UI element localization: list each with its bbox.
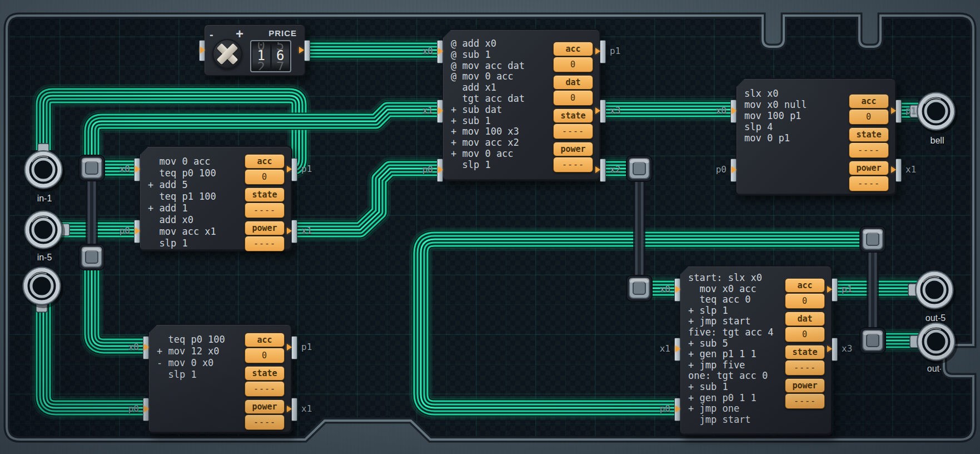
ghost-digit: 7 [272,60,290,70]
register-acc-label: acc [849,94,889,108]
register-state-value: ---- [245,381,285,397]
pin-label-p0: p0 [100,403,139,414]
register-state-value: ---- [849,142,889,158]
pin-arrow-icon [827,286,832,293]
pin-label-p1: p1 [301,164,340,175]
price-output-pin [304,40,310,61]
register-dat-label: dat [785,312,825,326]
pin-arrow-icon [732,166,737,173]
code-line: mov x0 acc [688,283,757,294]
pin-x1-tab [291,220,297,243]
pin-x1-tab [896,159,902,182]
code-line: + add 5 [148,179,188,190]
register-power-value: ---- [245,236,285,251]
code-line: @ add x0 [451,38,496,49]
pin-arrow-icon [827,346,832,352]
pin-label-x1: x1 [301,225,340,236]
pin-arrow-icon [200,47,205,53]
code-line: slp 1 [451,159,491,170]
register-power-label: power [245,221,285,235]
price-digit-wheel-tens[interactable]: 0 1 2 [252,42,270,70]
register-power-label: power [553,142,593,156]
code-line: + mov 0 acc [451,148,514,159]
pin-arrow-icon [675,346,680,352]
pin-arrow-icon [438,107,443,114]
code-line: slx x0 [744,88,778,99]
pin-label-x3: x3 [842,343,880,354]
register-power-value: ---- [785,393,825,409]
pin-arrow-icon [287,344,292,351]
code-line: + slp 1 [688,305,728,316]
pin-p1-tab [832,278,838,302]
price-plus-label[interactable]: + [236,26,243,42]
pin-label-p0: p0 [91,225,130,236]
chip-top-right[interactable]: slx x0mov x0 nullmov 100 p1slp 4mov 0 p1… [735,78,897,196]
pin-arrow-icon [675,286,680,293]
pad-in-1 [24,144,65,192]
pin-label-x2: x2 [610,164,649,175]
code-line: @ mov 0 acc [451,71,514,82]
pin-arrow-icon [144,406,149,412]
code-line: teq p0 100 [157,334,225,345]
pin-p1-tab [291,336,297,359]
pin-label-p0: p0 [631,403,670,414]
pad-in-2 [23,267,63,312]
pin-label-x3: x3 [610,105,649,116]
code-line: - mov 0 x0 [157,357,213,368]
pin-p1-tab [291,158,297,181]
chip-top-middle[interactable]: @ add x0@ sub 1@ mov acc dat@ mov 0 acc … [442,29,601,181]
pin-label-x1: x1 [906,164,944,175]
register-acc-label: acc [785,278,825,293]
code-line: mov acc x1 [148,226,216,237]
chip-bottom-left[interactable]: teq p0 100+ mov 12 x0- mov 0 x0 slp 1acc… [148,324,292,434]
code-line: five: tgt acc 4 [688,327,774,338]
pin-label-x0: x0 [631,284,670,295]
code-line: + jmp five [688,359,745,371]
register-state-label: state [553,108,593,123]
code-line: + gen p1 1 1 [688,348,757,359]
code-line: + sub 1 [451,115,491,126]
pin-arrow-icon [595,107,600,114]
code-line: mov 0 p1 [744,132,790,144]
code-line: teq p1 100 [148,191,216,202]
pin-label-p0: p0 [688,164,727,175]
code-line: @ sub 1 [451,49,491,60]
code-line: add x0 [148,214,193,225]
price-knob[interactable] [212,39,242,69]
register-dat-value: 0 [553,90,593,106]
register-acc-value: 0 [849,109,889,125]
code-line: mov 0 acc [148,156,211,167]
register-dat-value: 0 [785,327,825,342]
register-power-label: power [245,399,285,414]
ghost-digit: 2 [252,60,270,70]
code-line: slp 1 [148,238,188,249]
code-line: + sub dat [451,104,502,115]
pin-arrow-icon [299,47,304,53]
register-power-label: power [849,161,889,175]
register-state-label: state [785,345,825,359]
pin-label-p1: p1 [906,105,944,116]
code-line: + mov 12 x0 [157,346,220,357]
pin-arrow-icon [891,107,896,114]
price-dial-component[interactable]: - + PRICE 0 1 2 5 6 7 [203,24,306,76]
code-line: + mov 100 x3 [451,126,519,137]
price-minus-label[interactable]: - [210,28,213,41]
pin-label-x0: x0 [100,342,139,353]
code-line: mov x0 null [744,99,807,110]
register-acc-label: acc [245,154,285,169]
code-line: + sub 1 [688,381,728,392]
pin-label-x1: x1 [301,403,340,414]
pin-arrow-icon [287,228,292,234]
code-line: mov 100 p1 [744,110,801,121]
pin-label-x1: x1 [394,105,433,116]
code-line: teq p0 100 [148,167,216,179]
pin-arrow-icon [595,48,600,55]
code-line: + gen p0 1 1 [688,392,757,403]
chip-bottom-right[interactable]: start: slx x0 mov x0 acc teq acc 0+ slp … [679,265,833,436]
price-digit-window: 0 1 2 5 6 7 [250,40,291,72]
code-line: add x1 [451,82,496,93]
code-line: start: slx x0 [688,272,762,283]
price-digit-wheel-ones[interactable]: 5 6 7 [272,42,290,70]
chip-middle-left[interactable]: mov 0 acc teq p0 100+ add 5 teq p1 100+ … [139,146,292,251]
pin-arrow-icon [135,228,140,234]
